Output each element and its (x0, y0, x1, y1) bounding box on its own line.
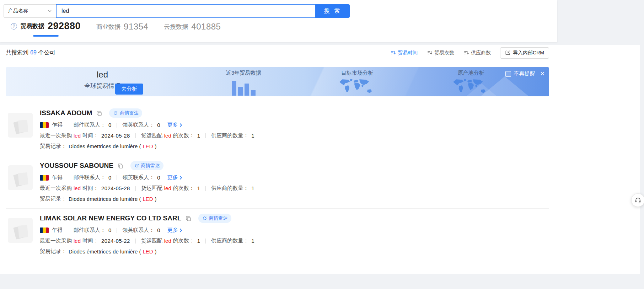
copy-icon[interactable] (186, 216, 191, 221)
company-name[interactable]: LIMAK SOLAR NEW ENERGY CO LTD SARL (40, 214, 181, 222)
search-category-label: 产品名称 (8, 8, 28, 14)
company-thumbnail[interactable] (8, 165, 33, 190)
radar-badge[interactable]: 商情雷达 (109, 108, 142, 118)
keyword-highlight: led (164, 185, 171, 191)
keyword-highlight: led (164, 238, 171, 244)
keyword-highlight: LED (143, 143, 153, 149)
divider (135, 239, 136, 243)
keyword-highlight: led (164, 133, 171, 139)
import-crm-button[interactable]: 导入内部CRM (500, 47, 549, 59)
more-link[interactable]: 更多 (167, 174, 183, 181)
sort-icon (463, 50, 469, 55)
customer-service-button[interactable] (631, 193, 644, 207)
country-name: 乍得 (52, 122, 63, 128)
linkedin-contact-count: 0 (157, 122, 160, 128)
country-flag-chad (40, 228, 49, 233)
country-name: 乍得 (52, 174, 63, 181)
headset-icon (634, 197, 642, 204)
sort-label: 供应商数 (471, 50, 491, 56)
close-icon[interactable]: ✕ (540, 70, 545, 77)
results-header: 共搜索到69个公司 贸易时间 贸易次数 供应商数 导入内部CRM (6, 45, 549, 61)
email-contact-count: 0 (108, 175, 111, 181)
last-purchase-date: 2024-05-28 (101, 133, 130, 139)
banner-dismiss: 不再提醒 ✕ (505, 70, 545, 77)
help-icon[interactable]: ? (11, 23, 17, 30)
freight-match-count: 1 (197, 185, 200, 191)
tab-count: 401885 (191, 22, 221, 32)
trade-mini-chart (211, 79, 275, 96)
divider (117, 123, 117, 128)
supplier-count: 1 (251, 238, 254, 244)
linkedin-contact-count: 0 (157, 175, 160, 181)
sort-supplier-count[interactable]: 供应商数 (463, 50, 491, 56)
trade-record-text: Diodes émettrices de lumière ( (69, 143, 141, 149)
keyword-highlight: LED (143, 196, 153, 202)
world-map-graphic (339, 78, 376, 95)
divider (205, 133, 206, 138)
radar-icon (113, 111, 118, 116)
tab-label: 贸易数据 (20, 22, 44, 30)
more-link[interactable]: 更多 (167, 122, 183, 128)
trade-record-text: Diodes émettrices de lumière ( (69, 196, 141, 202)
company-card: YOUSSOUF SABOUNE 商情雷达 乍得 邮件联系人： (6, 156, 549, 209)
radar-icon (202, 216, 207, 221)
results-count: 69 (30, 49, 37, 55)
supplier-count: 1 (251, 185, 254, 191)
more-link[interactable]: 更多 (167, 227, 183, 234)
banner-chart-title: 近3年贸易数据 (211, 70, 275, 76)
radar-badge[interactable]: 商情雷达 (198, 214, 231, 223)
copy-icon[interactable] (118, 163, 123, 169)
copy-icon[interactable] (96, 111, 102, 116)
chevron-right-icon (179, 123, 183, 127)
search-bar: 产品名称 搜 索 (4, 4, 350, 18)
world-map-graphic (452, 78, 489, 95)
country-name: 乍得 (52, 227, 63, 234)
banner-keyword: led (63, 70, 141, 80)
search-button[interactable]: 搜 索 (316, 4, 350, 18)
divider (117, 175, 117, 180)
company-thumbnail[interactable] (8, 113, 33, 138)
analysis-banner[interactable]: led 全球贸易情况 去分析 近3年贸易数据 目标市场分析 (6, 67, 549, 96)
search-input[interactable] (56, 4, 316, 18)
company-name[interactable]: YOUSSOUF SABOUNE (40, 162, 113, 170)
analyze-button[interactable]: 去分析 (115, 84, 143, 95)
tab-label: 商业数据 (96, 23, 120, 31)
country-flag-chad (40, 175, 49, 181)
banner-market-title: 目标市场分析 (325, 70, 389, 76)
radar-badge[interactable]: 商情雷达 (130, 161, 163, 170)
sort-icon (390, 50, 396, 55)
sort-label: 贸易次数 (434, 50, 454, 56)
tab-label: 云搜数据 (164, 23, 188, 31)
email-contact-count: 0 (108, 227, 111, 233)
divider (68, 175, 68, 180)
freight-match-count: 1 (197, 238, 200, 244)
keyword-highlight: led (74, 185, 81, 191)
supplier-count: 1 (251, 133, 254, 139)
sort-trade-count[interactable]: 贸易次数 (427, 50, 454, 56)
dont-remind-label: 不再提醒 (514, 70, 535, 77)
tab-cloud-search-data[interactable]: 云搜数据 401885 (164, 22, 221, 37)
divider (205, 186, 206, 191)
search-category-select[interactable]: 产品名称 (4, 4, 56, 18)
divider (135, 133, 136, 138)
chevron-right-icon (179, 176, 183, 180)
dont-remind-checkbox[interactable] (505, 71, 511, 77)
company-list: ISSAKA ADOUM 商情雷达 乍得 邮件联系人： (6, 103, 549, 261)
company-name[interactable]: ISSAKA ADOUM (40, 109, 92, 117)
chevron-right-icon (179, 228, 183, 232)
sort-icon (427, 50, 432, 55)
company-thumbnail[interactable] (8, 218, 33, 243)
banner-trade-chart-section: 近3年贸易数据 (211, 70, 275, 96)
last-purchase-date: 2024-05-28 (101, 185, 130, 191)
sort-trade-time[interactable]: 贸易时间 (390, 50, 418, 56)
company-card: LIMAK SOLAR NEW ENERGY CO LTD SARL 商情雷达 … (6, 209, 549, 261)
last-purchase-date: 2024-05-22 (101, 238, 130, 244)
keyword-highlight: led (74, 133, 81, 139)
tab-business-data[interactable]: 商业数据 91354 (96, 22, 148, 37)
tab-count: 91354 (124, 22, 148, 32)
divider (68, 228, 68, 233)
tab-trade-data[interactable]: ? 贸易数据 292880 (11, 21, 81, 37)
keyword-highlight: led (74, 238, 81, 244)
divider (135, 186, 136, 191)
company-card: ISSAKA ADOUM 商情雷达 乍得 邮件联系人： (6, 103, 549, 156)
